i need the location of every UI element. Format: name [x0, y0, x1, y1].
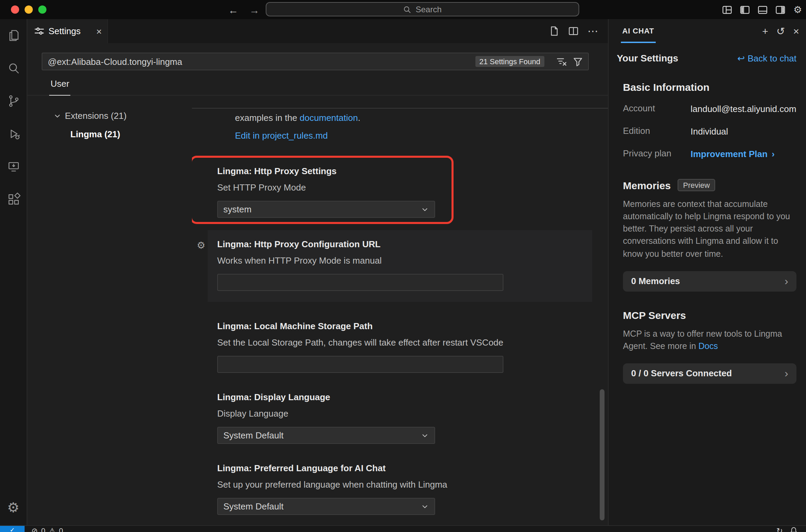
your-settings-title: Your Settings	[617, 53, 678, 64]
chevron-down-icon	[421, 502, 429, 510]
nav-forward-icon[interactable]: →	[249, 4, 260, 15]
setting-title: Lingma: Preferred Language for AI Chat	[217, 462, 583, 474]
setting-display-language: Lingma: Display Language Display Languag…	[208, 391, 592, 444]
window-controls	[11, 5, 46, 14]
http-proxy-mode-select[interactable]: system	[217, 201, 435, 218]
settings-body: Extensions (21) Lingma (21) examples in …	[27, 96, 608, 525]
tab-settings[interactable]: Settings ×	[27, 19, 108, 43]
zoom-window-button[interactable]	[38, 5, 46, 14]
run-debug-icon[interactable]	[0, 117, 27, 150]
chevron-right-icon: ›	[784, 367, 788, 380]
improvement-plan-link[interactable]: Improvement Plan ›	[691, 148, 796, 160]
nav-back-icon[interactable]: ←	[228, 4, 238, 15]
setting-http-proxy-configuration-url: ⚙ Lingma: Http Proxy Configuration URL W…	[208, 230, 592, 302]
status-bar: ✓ ⊘ 0 ⚠ 0 ↻	[0, 525, 806, 532]
select-value: system	[223, 204, 251, 214]
editor-area: Settings × ⋯ 21 Settings Found U	[27, 19, 608, 525]
docs-link[interactable]: Docs	[698, 341, 718, 351]
setting-gear-icon[interactable]: ⚙	[197, 240, 205, 251]
split-editor-icon[interactable]	[568, 26, 579, 36]
editor-tab-bar: Settings × ⋯	[27, 19, 608, 43]
account-label: Account	[623, 103, 691, 115]
toggle-panel-icon[interactable]	[758, 4, 768, 15]
close-panel-icon[interactable]: ×	[793, 26, 799, 36]
settings-list: examples in the documentation. Edit in p…	[192, 108, 608, 525]
panel-actions: + ↺ ×	[762, 19, 799, 43]
mcp-servers-heading: MCP Servers	[623, 309, 796, 321]
setting-preferred-language-ai-chat: Lingma: Preferred Language for AI Chat S…	[208, 462, 592, 515]
setting-description: Display Language	[217, 408, 583, 419]
clear-search-filters-icon[interactable]	[556, 56, 567, 67]
bell-icon[interactable]	[790, 527, 798, 532]
setting-title: Lingma: Local Machine Storage Path	[217, 320, 583, 332]
edition-label: Edition	[623, 126, 691, 137]
edition-value: Individual	[691, 126, 796, 137]
local-storage-path-input[interactable]	[217, 356, 503, 373]
settings-gear-icon[interactable]: ⚙	[0, 494, 27, 521]
remote-check-icon: ✓	[10, 527, 15, 532]
warnings-icon: ⚠	[49, 527, 56, 532]
select-value: System Default	[223, 430, 283, 440]
your-settings-view: Your Settings ↩ Back to chat Basic Infor…	[609, 43, 806, 525]
toggle-primary-sidebar-icon[interactable]	[740, 4, 750, 15]
toggle-secondary-sidebar-icon[interactable]	[776, 4, 786, 15]
intro-line: Edit in project_rules.md	[235, 130, 592, 142]
toc-lingma[interactable]: Lingma (21)	[42, 129, 192, 139]
tab-ai-chat[interactable]: AI CHAT	[621, 19, 655, 43]
edit-project-rules-link[interactable]: Edit in project_rules.md	[235, 130, 328, 141]
memories-card[interactable]: 0 Memories ›	[623, 271, 796, 291]
problems-status[interactable]: ⊘ 0 ⚠ 0	[25, 526, 63, 532]
minimize-window-button[interactable]	[25, 5, 33, 14]
memories-card-label: 0 Memories	[631, 276, 680, 286]
display-language-select[interactable]: System Default	[217, 427, 435, 444]
extensions-icon[interactable]	[0, 183, 27, 216]
http-proxy-url-input[interactable]	[217, 274, 503, 291]
history-icon[interactable]: ↺	[776, 26, 785, 36]
search-view-icon[interactable]	[0, 52, 27, 85]
settings-search-input[interactable]	[48, 56, 470, 67]
preview-badge: Preview	[678, 179, 715, 191]
close-window-button[interactable]	[11, 5, 19, 14]
sync-icon[interactable]: ↻	[777, 527, 783, 532]
ai-chat-panel: AI CHAT + ↺ × Your Settings ↩ Back to ch…	[608, 19, 806, 525]
settings-toc: Extensions (21) Lingma (21)	[42, 96, 192, 525]
setting-description: Set up your preferred language when chat…	[217, 479, 583, 490]
tab-close-icon[interactable]: ×	[96, 26, 102, 36]
errors-icon: ⊘	[31, 527, 38, 532]
setting-description-partial: examples in the documentation. Edit in p…	[208, 109, 592, 142]
tab-user-settings[interactable]: User	[49, 79, 71, 96]
workbench: ⚙ Settings × ⋯ 21 Settings	[0, 19, 806, 525]
panel-sections: Basic Information Account landuoll@test.…	[617, 81, 796, 384]
command-center-search[interactable]: Search	[266, 2, 579, 16]
more-actions-icon[interactable]: ⋯	[587, 26, 598, 37]
titlebar: ← → Search ⚙	[0, 0, 806, 19]
your-settings-header: Your Settings ↩ Back to chat	[617, 53, 796, 64]
manage-gear-icon[interactable]: ⚙	[793, 5, 802, 14]
documentation-link[interactable]: documentation	[300, 113, 358, 123]
chevron-right-icon: ›	[784, 275, 788, 287]
remote-indicator[interactable]: ✓	[0, 526, 25, 532]
select-value: System Default	[223, 501, 283, 512]
remote-explorer-icon[interactable]	[0, 150, 27, 183]
toc-extensions-label: Extensions (21)	[65, 111, 127, 121]
gear-glyph: ⚙	[7, 499, 19, 516]
customize-layout-icon[interactable]	[722, 4, 733, 15]
settings-search-bar: 21 Settings Found	[42, 53, 589, 70]
back-to-chat-link[interactable]: ↩ Back to chat	[737, 53, 796, 63]
activity-bar: ⚙	[0, 19, 27, 525]
toc-extensions[interactable]: Extensions (21)	[42, 111, 192, 121]
mcp-servers-card[interactable]: 0 / 0 Servers Connected ›	[623, 363, 796, 384]
account-row: Account landuoll@test.aliyunid.com	[623, 103, 796, 115]
open-settings-json-icon[interactable]	[549, 26, 559, 36]
new-chat-icon[interactable]: +	[762, 26, 768, 36]
filter-icon[interactable]	[572, 56, 583, 67]
back-to-chat-label: Back to chat	[748, 53, 796, 63]
source-control-icon[interactable]	[0, 85, 27, 117]
explorer-icon[interactable]	[0, 19, 27, 52]
setting-http-proxy-settings: Lingma: Http Proxy Settings Set HTTP Pro…	[208, 165, 592, 218]
mcp-description: MCP is a way to offer new tools to Lingm…	[623, 327, 799, 352]
editor-scrollbar[interactable]	[600, 389, 604, 520]
vscode-window: ← → Search ⚙	[0, 0, 806, 532]
settings-sliders-icon	[34, 26, 44, 36]
preferred-language-select[interactable]: System Default	[217, 498, 435, 515]
